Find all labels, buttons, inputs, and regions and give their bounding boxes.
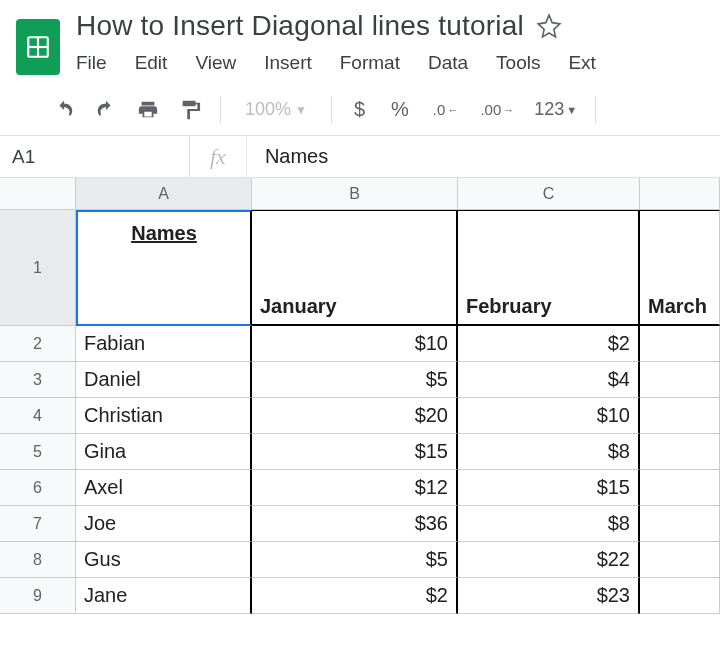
undo-button[interactable]	[44, 90, 84, 130]
table-row: 8Gus$5$22	[0, 542, 720, 578]
cell[interactable]: $20	[252, 398, 458, 434]
formula-input[interactable]: Names	[247, 145, 328, 168]
menu-view[interactable]: View	[195, 52, 236, 74]
cell[interactable]: Axel	[76, 470, 252, 506]
cell[interactable]: Gina	[76, 434, 252, 470]
paint-format-button[interactable]	[170, 90, 210, 130]
table-row: 2Fabian$10$2	[0, 326, 720, 362]
spreadsheet-grid: A B C 1 Names January February March 2Fa…	[0, 178, 720, 614]
row-header[interactable]: 3	[0, 362, 76, 398]
menu-insert[interactable]: Insert	[264, 52, 312, 74]
row-header[interactable]: 4	[0, 398, 76, 434]
table-row: 3Daniel$5$4	[0, 362, 720, 398]
select-all-corner[interactable]	[0, 178, 76, 210]
redo-button[interactable]	[86, 90, 126, 130]
decrease-decimal-button[interactable]: .0←	[423, 101, 469, 118]
column-header-c[interactable]: C	[458, 178, 640, 210]
cell[interactable]	[640, 578, 720, 614]
cell[interactable]: Christian	[76, 398, 252, 434]
cell[interactable]: $5	[252, 542, 458, 578]
table-row: 7Joe$36$8	[0, 506, 720, 542]
cell-a1[interactable]: Names	[76, 210, 252, 326]
column-header-d[interactable]	[640, 178, 720, 210]
row-header[interactable]: 9	[0, 578, 76, 614]
more-formats-dropdown[interactable]: 123▼	[526, 99, 585, 120]
cell[interactable]	[640, 470, 720, 506]
menu-edit[interactable]: Edit	[135, 52, 168, 74]
cell[interactable]: Daniel	[76, 362, 252, 398]
separator	[220, 96, 221, 124]
increase-decimal-button[interactable]: .00→	[470, 101, 524, 118]
table-row: 5Gina$15$8	[0, 434, 720, 470]
column-header-a[interactable]: A	[76, 178, 252, 210]
zoom-dropdown[interactable]: 100%▼	[231, 99, 321, 120]
toolbar: 100%▼ $ % .0← .00→ 123▼	[0, 84, 720, 136]
name-box[interactable]: A1	[0, 136, 190, 177]
menu-extensions[interactable]: Ext	[568, 52, 595, 74]
cell-c1[interactable]: February	[458, 210, 640, 326]
cell[interactable]: $36	[252, 506, 458, 542]
cell[interactable]	[640, 434, 720, 470]
cell[interactable]: Joe	[76, 506, 252, 542]
cell[interactable]: $15	[252, 434, 458, 470]
cell[interactable]	[640, 398, 720, 434]
cell[interactable]: $12	[252, 470, 458, 506]
cell[interactable]: $8	[458, 506, 640, 542]
cell[interactable]: Jane	[76, 578, 252, 614]
cell[interactable]: $23	[458, 578, 640, 614]
format-currency-button[interactable]: $	[342, 98, 377, 121]
table-row: 9Jane$2$23	[0, 578, 720, 614]
cell[interactable]	[640, 326, 720, 362]
cell[interactable]: Fabian	[76, 326, 252, 362]
star-icon[interactable]	[536, 13, 562, 39]
menu-tools[interactable]: Tools	[496, 52, 540, 74]
row-header[interactable]: 2	[0, 326, 76, 362]
cell-b1[interactable]: January	[252, 210, 458, 326]
fx-icon: fx	[190, 136, 247, 177]
menu-format[interactable]: Format	[340, 52, 400, 74]
cell[interactable]	[640, 362, 720, 398]
cell[interactable]: $10	[252, 326, 458, 362]
document-title[interactable]: How to Insert Diagonal lines tutorial	[76, 10, 524, 42]
format-percent-button[interactable]: %	[379, 98, 421, 121]
cell[interactable]: $8	[458, 434, 640, 470]
cell[interactable]: $5	[252, 362, 458, 398]
column-header-b[interactable]: B	[252, 178, 458, 210]
cell[interactable]: $10	[458, 398, 640, 434]
formula-bar: A1 fx Names	[0, 136, 720, 178]
cell[interactable]: $2	[458, 326, 640, 362]
cell[interactable]: Gus	[76, 542, 252, 578]
menu-file[interactable]: File	[76, 52, 107, 74]
cell[interactable]: $15	[458, 470, 640, 506]
sheets-logo[interactable]	[16, 19, 60, 75]
print-button[interactable]	[128, 90, 168, 130]
menu-data[interactable]: Data	[428, 52, 468, 74]
row-header[interactable]: 6	[0, 470, 76, 506]
row-header[interactable]: 5	[0, 434, 76, 470]
cell[interactable]: $22	[458, 542, 640, 578]
row-header[interactable]: 7	[0, 506, 76, 542]
cell[interactable]	[640, 506, 720, 542]
cell[interactable]: $2	[252, 578, 458, 614]
cell[interactable]	[640, 542, 720, 578]
menu-bar: File Edit View Insert Format Data Tools …	[76, 42, 704, 84]
row-1: 1 Names January February March	[0, 210, 720, 326]
table-row: 6Axel$12$15	[0, 470, 720, 506]
table-row: 4Christian$20$10	[0, 398, 720, 434]
separator	[595, 96, 596, 124]
separator	[331, 96, 332, 124]
row-header[interactable]: 8	[0, 542, 76, 578]
cell-d1[interactable]: March	[640, 210, 720, 326]
title-bar: How to Insert Diagonal lines tutorial Fi…	[0, 0, 720, 84]
row-header-1[interactable]: 1	[0, 210, 76, 326]
cell[interactable]: $4	[458, 362, 640, 398]
